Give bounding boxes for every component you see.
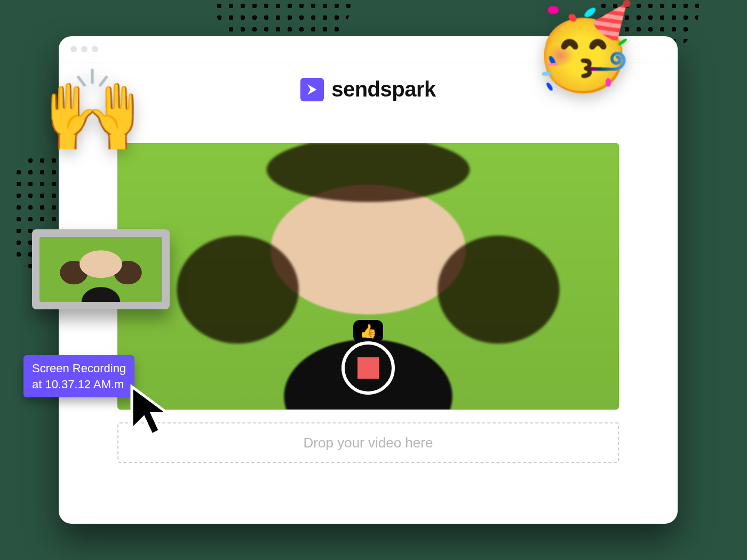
video-dropzone[interactable]: Drop your video here xyxy=(117,422,619,463)
traffic-light-icon xyxy=(70,46,77,52)
video-preview: 👍 xyxy=(117,143,619,410)
traffic-light-icon xyxy=(81,46,88,52)
brand-logo-icon xyxy=(300,78,324,101)
reaction-tooltip: 👍 xyxy=(353,320,383,342)
party-face-emoji-icon: 🥳 xyxy=(532,5,635,88)
stage: sendspark 👍 Drop your video here Screen … xyxy=(0,0,747,560)
file-thumbnail xyxy=(39,237,162,302)
raising-hands-emoji-icon: 🙌 xyxy=(43,70,142,150)
stop-icon xyxy=(357,357,379,379)
cursor-icon xyxy=(129,384,172,437)
dragged-file-card[interactable] xyxy=(32,229,170,309)
dropzone-prompt: Drop your video here xyxy=(304,435,433,451)
thumbs-up-icon: 👍 xyxy=(360,323,377,339)
record-stop-button[interactable] xyxy=(341,341,395,395)
dragged-file-name: Screen Recording at 10.37.12 AM.m xyxy=(23,355,134,397)
brand-name: sendspark xyxy=(331,77,436,101)
traffic-light-icon xyxy=(92,46,98,52)
